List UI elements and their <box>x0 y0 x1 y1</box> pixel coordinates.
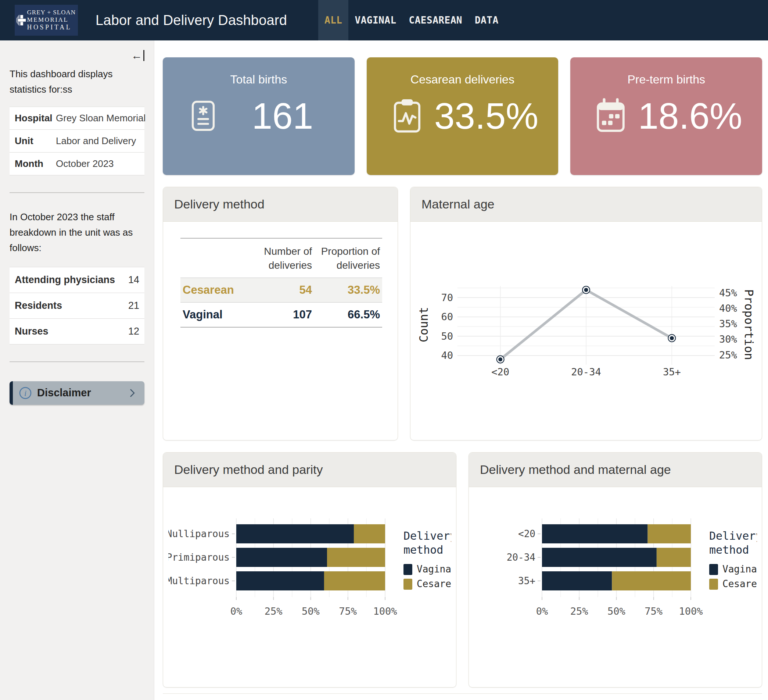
clipboard-pulse-icon <box>389 98 426 133</box>
value-box-row: Total births 161 <box>163 58 762 175</box>
table-row: Month October 2023 <box>10 152 144 175</box>
staff-count: 12 <box>128 326 139 337</box>
navbar: GREY + SLOAN MEMORIAL HOSPITAL Labor and… <box>0 0 768 40</box>
info-value: October 2023 <box>56 158 114 170</box>
logo-line-2: MEMORIAL <box>27 16 76 24</box>
column-header: Number of deliveries <box>250 245 312 272</box>
svg-text:25%: 25% <box>264 605 282 617</box>
card-row-2: Delivery method Number of deliveries Pro… <box>163 187 762 441</box>
svg-text:method: method <box>403 543 443 556</box>
value-box-title: Cesarean deliveries <box>367 73 558 86</box>
disclaimer-accordion-button[interactable]: i Disclaimer <box>10 381 144 405</box>
svg-text:35%: 35% <box>719 318 737 329</box>
staff-count: 21 <box>128 300 139 311</box>
svg-text:70: 70 <box>441 292 453 303</box>
svg-text:40: 40 <box>441 350 453 361</box>
svg-text:45%: 45% <box>719 287 737 298</box>
svg-text:60: 60 <box>441 311 453 322</box>
tab-vaginal[interactable]: VAGINAL <box>348 0 402 40</box>
card-title: Delivery method and parity <box>163 453 456 487</box>
svg-text:Primiparous: Primiparous <box>168 552 230 563</box>
info-icon: i <box>19 386 32 400</box>
table-row: Hospital Grey Sloan Memorial <box>10 107 144 130</box>
svg-text:Cesarean: Cesarean <box>722 578 757 589</box>
divider <box>10 192 144 193</box>
svg-text:method: method <box>709 543 749 556</box>
table-row-vaginal: Vaginal 107 66.5% <box>181 303 382 328</box>
svg-text:75%: 75% <box>645 605 662 617</box>
svg-text:0%: 0% <box>230 605 242 617</box>
sidebar-collapse-button[interactable]: ← <box>10 50 144 61</box>
staff-label: Residents <box>15 300 62 311</box>
svg-text:Vaginal: Vaginal <box>417 564 451 575</box>
svg-text:75%: 75% <box>339 605 357 617</box>
sidebar-intro-text: This dashboard displays statistics for:s… <box>10 66 144 97</box>
staff-label: Attending physicians <box>15 274 115 286</box>
card-title: Delivery method and maternal age <box>469 453 762 487</box>
staff-label: Nurses <box>15 326 48 337</box>
svg-text:20-34: 20-34 <box>506 552 535 563</box>
svg-text:Proportion: Proportion <box>742 289 756 360</box>
sidebar: ← This dashboard displays statistics for… <box>0 40 154 700</box>
svg-text:Vaginal: Vaginal <box>722 564 757 575</box>
row-label: Vaginal <box>182 308 250 321</box>
info-label: Unit <box>15 135 56 147</box>
divider <box>10 361 144 362</box>
svg-text:35+: 35+ <box>663 366 681 378</box>
svg-text:20-34: 20-34 <box>571 366 601 378</box>
card-title: Delivery method <box>163 187 398 222</box>
svg-text:50%: 50% <box>607 605 626 617</box>
hospital-logo-text: GREY + SLOAN MEMORIAL HOSPITAL <box>27 9 76 31</box>
row-percent: 66.5% <box>312 308 380 321</box>
dashboard-info-table: Hospital Grey Sloan Memorial Unit Labor … <box>10 107 144 175</box>
svg-text:30%: 30% <box>719 333 737 345</box>
svg-text:40%: 40% <box>719 303 737 314</box>
hospital-cross-icon <box>16 6 26 35</box>
info-value: Labor and Delivery <box>56 135 136 147</box>
row-percent: 33.5% <box>312 284 380 297</box>
table-row: Residents 21 <box>10 293 144 319</box>
svg-text:Multiparous: Multiparous <box>168 575 230 586</box>
collapse-arrow-icon: ← <box>131 50 144 61</box>
parity-stacked-bar-chart: NulliparousPrimiparousMultiparous0%25%50… <box>168 507 451 667</box>
svg-text:25%: 25% <box>719 349 737 360</box>
svg-text:Delivery: Delivery <box>403 529 451 542</box>
navbar-tabs: ALL VAGINAL CAESAREAN DATA <box>318 0 505 40</box>
staff-intro-text: In October 2023 the staff breakdown in t… <box>10 209 144 256</box>
value-box-title: Total births <box>163 73 355 86</box>
value-box-value: 33.5% <box>426 98 547 134</box>
table-header-row: Number of deliveries Proportion of deliv… <box>181 238 382 278</box>
delivery-method-age-card: Delivery method and maternal age <2020-3… <box>469 452 762 687</box>
svg-text:i: i <box>24 389 26 398</box>
svg-text:0%: 0% <box>536 605 548 617</box>
divider <box>163 694 762 694</box>
value-box-title: Pre-term births <box>570 73 762 86</box>
svg-text:50: 50 <box>441 330 453 342</box>
maternal-age-line-chart: 4050607025%30%35%40%45%<2020-3435+CountP… <box>415 264 757 398</box>
tab-all[interactable]: ALL <box>318 0 348 40</box>
value-box-value: 18.6% <box>629 98 751 134</box>
tab-data[interactable]: DATA <box>469 0 505 40</box>
svg-text:<20: <20 <box>518 528 535 539</box>
svg-text:Delivery: Delivery <box>709 529 757 542</box>
maternal-age-card: Maternal age 4050607025%30%35%40%45%<202… <box>410 187 762 441</box>
table-row-cesarean: Cesarean 54 33.5% <box>181 278 382 303</box>
info-label: Month <box>15 158 56 170</box>
svg-text:100%: 100% <box>679 605 702 617</box>
table-row: Attending physicians 14 <box>10 267 144 293</box>
column-header: Proportion of deliveries <box>312 245 380 272</box>
table-row: Unit Labor and Delivery <box>10 130 144 152</box>
logo-line-1: GREY + SLOAN <box>27 9 76 16</box>
delivery-method-parity-card: Delivery method and parity NulliparousPr… <box>163 452 456 687</box>
chevron-right-icon <box>127 388 138 399</box>
svg-text:50%: 50% <box>302 605 320 617</box>
value-box-total-births: Total births 161 <box>163 58 355 175</box>
info-value: Grey Sloan Memorial <box>56 112 146 124</box>
table-row: Nurses 12 <box>10 319 144 344</box>
tab-caesarean[interactable]: CAESAREAN <box>403 0 469 40</box>
delivery-method-table: Number of deliveries Proportion of deliv… <box>181 238 382 328</box>
staff-table: Attending physicians 14 Residents 21 Nur… <box>10 267 144 344</box>
page-title: Labor and Delivery Dashboard <box>96 13 287 28</box>
calendar-icon <box>592 98 629 133</box>
delivery-method-card: Delivery method Number of deliveries Pro… <box>163 187 398 441</box>
